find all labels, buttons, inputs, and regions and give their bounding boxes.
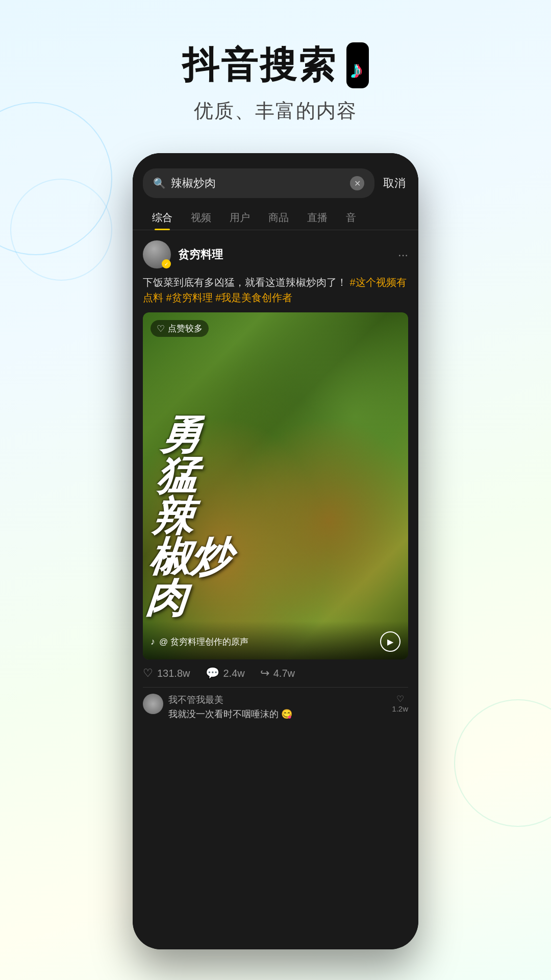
tab-商品[interactable]: 商品 <box>259 206 298 230</box>
search-icon: 🔍 <box>153 177 166 189</box>
likes-icon: ♡ <box>143 667 153 680</box>
post-desc-text: 下饭菜到底有多凶猛，就看这道辣椒炒肉了！ <box>143 277 347 288</box>
comment-section: 我不管我最美 我就没一次看时不咽唾沫的 😋 ♡ 1.2w <box>143 687 408 720</box>
tab-直播[interactable]: 直播 <box>298 206 337 230</box>
tab-用户[interactable]: 用户 <box>220 206 259 230</box>
user-avatar-container: ✓ <box>143 240 171 268</box>
tab-视频[interactable]: 视频 <box>182 206 220 230</box>
app-subtitle: 优质、丰富的内容 <box>0 98 551 124</box>
search-input-box[interactable]: 🔍 辣椒炒肉 ✕ <box>143 168 374 198</box>
tiktok-small-icon: ♪ <box>151 636 155 647</box>
phone-mockup: 🔍 辣椒炒肉 ✕ 取消 综合 视频 用户 商品 <box>133 153 418 949</box>
comments-icon: 💬 <box>206 667 219 680</box>
audio-info: ♪ @ 贫穷料理创作的原声 <box>151 636 248 648</box>
tiktok-logo-icon: ♪ <box>350 56 365 84</box>
comment-likes: ♡ 1.2w <box>392 694 408 713</box>
shares-count: 4.7w <box>273 668 295 679</box>
heart-icon: ♡ <box>157 323 165 334</box>
verified-badge: ✓ <box>162 259 171 268</box>
comments-count: 2.4w <box>223 668 245 679</box>
comment-heart-icon: ♡ <box>396 694 404 704</box>
likes-badge: ♡ 点赞较多 <box>151 320 209 337</box>
bg-decoration-circle2 <box>10 179 112 281</box>
clear-search-icon[interactable]: ✕ <box>350 176 364 190</box>
audio-text: @ 贫穷料理创作的原声 <box>159 636 248 648</box>
video-bottom-bar: ♪ @ 贫穷料理创作的原声 ▶ <box>143 621 408 659</box>
user-card: ✓ 贫穷料理 ··· <box>143 240 408 268</box>
tiktok-logo-badge: ♪ <box>346 42 369 88</box>
phone-body: 🔍 辣椒炒肉 ✕ 取消 综合 视频 用户 商品 <box>133 153 418 949</box>
video-title-overlay: 勇猛辣椒炒肉 <box>144 414 407 619</box>
cancel-button[interactable]: 取消 <box>381 176 408 191</box>
tab-音[interactable]: 音 <box>337 206 365 230</box>
content-area: ✓ 贫穷料理 ··· 下饭菜到底有多凶猛，就看这道辣椒炒肉了！ #这个视频有点料… <box>133 230 418 734</box>
username: 贫穷料理 <box>178 247 223 262</box>
header-section: 抖音搜索 ♪ 优质、丰富的内容 <box>0 0 551 144</box>
shares-icon: ↪ <box>260 667 269 680</box>
stats-row: ♡ 131.8w 💬 2.4w ↪ 4.7w <box>143 659 408 687</box>
post-description: 下饭菜到底有多凶猛，就看这道辣椒炒肉了！ #这个视频有点料 #贫穷料理 #我是美… <box>143 275 408 305</box>
commenter-name: 我不管我最美 <box>168 694 387 706</box>
likes-badge-text: 点赞较多 <box>168 323 203 334</box>
comment-likes-count: 1.2w <box>392 704 408 713</box>
shares-stat[interactable]: ↪ 4.7w <box>260 667 295 680</box>
user-info: ✓ 贫穷料理 <box>143 240 223 268</box>
video-thumbnail[interactable]: ♡ 点赞较多 勇猛辣椒炒肉 ♪ @ 贫穷料理创作的原声 ▶ <box>143 312 408 659</box>
tab-综合[interactable]: 综合 <box>143 206 182 230</box>
search-bar-area: 🔍 辣椒炒肉 ✕ 取消 <box>133 153 418 198</box>
comment-item: 我不管我最美 我就没一次看时不咽唾沫的 😋 ♡ 1.2w <box>143 694 408 720</box>
bg-decoration-circle3 <box>454 699 551 827</box>
phone-screen: 🔍 辣椒炒肉 ✕ 取消 综合 视频 用户 商品 <box>133 153 418 949</box>
more-options-icon[interactable]: ··· <box>398 248 408 262</box>
likes-stat[interactable]: ♡ 131.8w <box>143 667 190 680</box>
comments-stat[interactable]: 💬 2.4w <box>206 667 245 680</box>
play-button[interactable]: ▶ <box>380 631 400 652</box>
app-title: 抖音搜索 <box>182 41 337 90</box>
tabs-bar: 综合 视频 用户 商品 直播 音 <box>133 198 418 230</box>
comment-text: 我就没一次看时不咽唾沫的 😋 <box>168 708 387 720</box>
likes-count: 131.8w <box>157 668 190 679</box>
comment-content: 我不管我最美 我就没一次看时不咽唾沫的 😋 <box>168 694 387 720</box>
main-title-container: 抖音搜索 ♪ <box>0 41 551 90</box>
commenter-avatar <box>143 694 163 714</box>
search-query-text: 辣椒炒肉 <box>171 176 345 191</box>
hashtag-3[interactable]: #我是美食创作者 <box>215 292 292 303</box>
hashtag-2[interactable]: #贫穷料理 <box>166 292 213 303</box>
